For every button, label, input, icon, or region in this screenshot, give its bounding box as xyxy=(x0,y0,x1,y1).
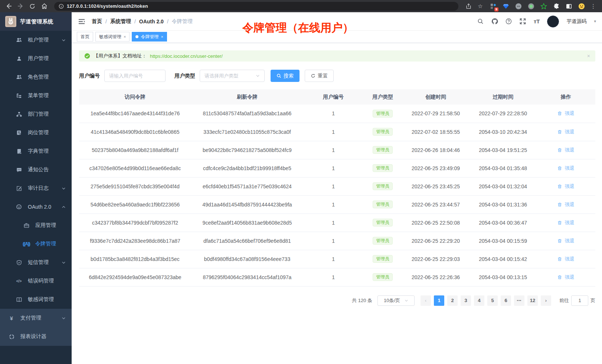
user-type-select[interactable]: 请选择用户类型 xyxy=(200,70,265,82)
sidebar-item-post[interactable]: 岗位管理 xyxy=(0,123,72,142)
sidebar-item-oauth[interactable]: OAuth 2.0 xyxy=(0,198,72,216)
chevron-down-icon xyxy=(62,38,66,42)
cell-created-time: 2022-06-25 22:26:36 xyxy=(402,268,469,286)
gem-extension-icon[interactable] xyxy=(502,3,510,10)
site-info-icon[interactable] xyxy=(59,4,64,9)
sidebar-item-audit-log[interactable]: 审计日志 xyxy=(0,179,72,198)
sidebar-item-label: 通知公告 xyxy=(28,166,49,173)
oauth-icon xyxy=(16,204,22,210)
sidebar-item-token-management[interactable]: ((A)) 令牌管理 xyxy=(0,235,72,253)
search-button[interactable]: 搜索 xyxy=(271,70,300,82)
side-panel-icon[interactable] xyxy=(565,3,573,10)
page-size-select[interactable]: 10条/页 xyxy=(377,295,415,306)
green-star-extension-icon[interactable] xyxy=(540,3,547,10)
page-button-1[interactable]: 1 xyxy=(434,295,444,306)
user-avatar[interactable] xyxy=(547,16,559,27)
more-pages-icon[interactable]: ••• xyxy=(514,295,524,306)
cell-expire-time: 2054-03-04 01:31:36 xyxy=(470,195,537,214)
breadcrumb-system[interactable]: 系统管理 xyxy=(110,18,131,25)
force-logout-button[interactable]: 强退 xyxy=(557,147,575,153)
browser-menu-icon[interactable]: ⋮ xyxy=(590,3,596,10)
user-caret-icon[interactable]: ▾ xyxy=(594,19,596,24)
url-text[interactable]: 127.0.0.1:1024/system/oauth2/token xyxy=(67,4,148,9)
sidebar-item-report-designer[interactable]: 报表设计器 xyxy=(0,327,72,346)
trash-icon xyxy=(557,111,562,116)
extension-grid-icon[interactable]: 9 xyxy=(490,3,497,10)
bookmark-star-icon[interactable]: ☆ xyxy=(475,1,485,11)
page-button-4[interactable]: 4 xyxy=(474,295,484,306)
goto-label: 前往 xyxy=(559,297,569,304)
sidebar-item-user[interactable]: 用户管理 xyxy=(0,49,72,68)
page-button-last[interactable]: 12 xyxy=(527,295,538,306)
sidebar-item-app-management[interactable]: 应用管理 xyxy=(0,216,72,235)
breadcrumb-oauth[interactable]: OAuth 2.0 xyxy=(139,19,164,24)
force-logout-button[interactable]: 强退 xyxy=(557,201,575,208)
forward-icon[interactable] xyxy=(16,1,25,11)
sidebar-logo[interactable]: 芋道管理系统 xyxy=(0,12,72,31)
gray-circle-extension-icon[interactable] xyxy=(515,3,522,10)
username[interactable]: 芋道源码 xyxy=(566,18,586,25)
sidebar-item-label: 字典管理 xyxy=(28,148,49,155)
github-icon[interactable] xyxy=(491,18,498,25)
emoji-avatar-icon[interactable] xyxy=(578,3,585,10)
sidebar-item-department[interactable]: 部门管理 xyxy=(0,105,72,123)
page-button-5[interactable]: 5 xyxy=(487,295,498,306)
breadcrumb-home[interactable]: 首页 xyxy=(92,18,102,25)
reload-icon[interactable] xyxy=(27,1,37,11)
goto-page-input[interactable] xyxy=(571,295,588,306)
sidebar-item-sms[interactable]: 短信管理 xyxy=(0,253,72,272)
page-button-3[interactable]: 3 xyxy=(461,295,471,306)
alert-close-icon[interactable]: × xyxy=(587,53,590,59)
user-type-badge: 管理员 xyxy=(373,201,393,208)
sidebar-item-sensitive-words[interactable]: 敏感词管理 xyxy=(0,290,72,309)
force-logout-button[interactable]: 强退 xyxy=(557,129,575,135)
sidebar-item-role[interactable]: 角色管理 xyxy=(0,68,72,86)
page-button-6[interactable]: 6 xyxy=(501,295,511,306)
sidebar-item-menu[interactable]: 菜单管理 xyxy=(0,86,72,105)
next-page-button[interactable]: › xyxy=(541,295,551,306)
force-logout-button[interactable]: 强退 xyxy=(557,256,575,262)
tab-sensitive-words[interactable]: 敏感词管理 × xyxy=(95,32,130,42)
search-icon[interactable] xyxy=(477,18,484,25)
force-logout-button[interactable]: 强退 xyxy=(557,238,575,244)
user-id-input[interactable] xyxy=(104,70,166,82)
back-icon[interactable] xyxy=(4,1,13,11)
dictionary-icon xyxy=(16,148,22,154)
address-bar[interactable]: 127.0.0.1:1024/system/oauth2/token xyxy=(54,2,458,11)
sidebar-item-label: 敏感词管理 xyxy=(28,296,54,303)
tab-token-management[interactable]: 令牌管理 × xyxy=(132,32,167,42)
force-logout-button[interactable]: 强退 xyxy=(557,110,575,117)
sidebar-item-tenant[interactable]: 租户管理 xyxy=(0,31,72,49)
page-button-2[interactable]: 2 xyxy=(447,295,458,306)
force-logout-label: 强退 xyxy=(565,274,575,281)
close-icon[interactable]: × xyxy=(124,34,126,39)
sidebar-item-dictionary[interactable]: 字典管理 xyxy=(0,142,72,161)
tab-home[interactable]: 首页 xyxy=(77,32,93,42)
home-icon[interactable] xyxy=(39,1,49,11)
font-size-icon[interactable]: тT xyxy=(534,18,540,24)
sidebar-item-error-code[interactable]: </> 错误码管理 xyxy=(0,272,72,290)
close-icon[interactable]: × xyxy=(161,34,163,39)
help-icon[interactable] xyxy=(506,18,512,25)
tab-label: 敏感词管理 xyxy=(99,34,121,40)
sidebar-collapse-icon[interactable] xyxy=(78,17,86,26)
green-circle-extension-icon[interactable] xyxy=(527,3,535,10)
pagination-total: 共 120 条 xyxy=(352,297,372,304)
tenant-users-icon xyxy=(16,37,22,43)
cell-created-time: 2022-06-25 23:45:25 xyxy=(402,177,469,195)
sidebar-item-notice[interactable]: 通知公告 xyxy=(0,161,72,179)
sidebar-item-label: 租户管理 xyxy=(28,37,49,43)
reset-button[interactable]: 重置 xyxy=(305,70,334,82)
force-logout-button[interactable]: 强退 xyxy=(557,274,575,281)
fullscreen-icon[interactable] xyxy=(520,18,526,25)
cell-access-token: 502375b8040a469a9b82188afdf6af1f xyxy=(79,141,191,159)
prev-page-button[interactable]: ‹ xyxy=(421,295,431,306)
force-logout-button[interactable]: 强退 xyxy=(557,183,575,190)
doc-link[interactable]: https://doc.iocoder.cn/user-center/ xyxy=(150,53,223,59)
sidebar-item-pay[interactable]: ¥ 支付管理 xyxy=(0,309,72,327)
app-icon xyxy=(23,222,29,228)
force-logout-button[interactable]: 强退 xyxy=(557,165,575,172)
puzzle-extension-icon[interactable] xyxy=(553,3,560,10)
force-logout-button[interactable]: 强退 xyxy=(557,219,575,226)
share-icon[interactable] xyxy=(464,1,473,11)
